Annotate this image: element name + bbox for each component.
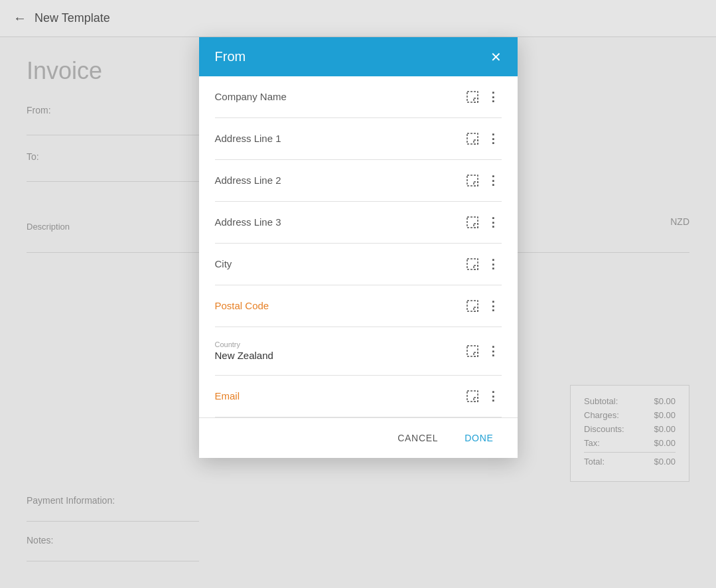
city-label: City (215, 258, 232, 269)
address-line-3-resize-icon[interactable] (466, 216, 479, 229)
postal-code-label: Postal Code (215, 300, 269, 311)
postal-code-more-icon[interactable]: ⋮ (484, 299, 502, 313)
email-label: Email (215, 390, 240, 402)
field-item-address-line-3-actions: ⋮ (466, 215, 502, 230)
field-item-postal-code: Postal Code ⋮ (215, 285, 502, 327)
field-item-city-actions: ⋮ (466, 257, 502, 271)
company-name-more-icon[interactable]: ⋮ (484, 90, 502, 104)
email-more-icon[interactable]: ⋮ (484, 389, 502, 404)
svg-rect-15 (474, 398, 478, 402)
field-item-address-line-1-left: Address Line 1 (215, 133, 466, 145)
modal-header: From ✕ (199, 37, 518, 76)
country-more-icon[interactable]: ⋮ (484, 344, 502, 358)
country-sub-label: Country (215, 340, 466, 348)
field-item-address-line-2-actions: ⋮ (466, 173, 502, 188)
field-item-address-line-3: Address Line 3 ⋮ (215, 202, 502, 244)
field-item-country-left: Country New Zealand (215, 340, 466, 362)
country-value: New Zealand (215, 350, 273, 361)
field-item-company-name-actions: ⋮ (466, 90, 502, 104)
field-item-address-line-1-actions: ⋮ (466, 131, 502, 146)
svg-rect-3 (474, 140, 478, 144)
svg-rect-1 (474, 98, 478, 102)
cancel-button[interactable]: CANCEL (390, 427, 446, 449)
address-line-2-more-icon[interactable]: ⋮ (484, 173, 502, 188)
field-item-address-line-2-left: Address Line 2 (215, 175, 466, 186)
svg-rect-7 (474, 224, 478, 228)
modal-footer: CANCEL DONE (199, 417, 518, 458)
city-resize-icon[interactable] (466, 257, 479, 271)
address-line-3-label: Address Line 3 (215, 216, 281, 228)
country-resize-icon[interactable] (466, 344, 479, 358)
field-item-country-actions: ⋮ (466, 344, 502, 358)
from-modal: From ✕ Company Name ⋮ Address Line 1 (199, 37, 518, 458)
svg-rect-9 (474, 265, 478, 269)
field-item-email-left: Email (215, 390, 466, 402)
address-line-3-more-icon[interactable]: ⋮ (484, 215, 502, 230)
email-resize-icon[interactable] (466, 390, 479, 403)
company-name-label: Company Name (215, 91, 287, 102)
field-item-address-line-1: Address Line 1 ⋮ (215, 118, 502, 160)
field-item-email: Email ⋮ (215, 376, 502, 417)
field-item-city-left: City (215, 258, 466, 270)
field-item-country: Country New Zealand ⋮ (215, 327, 502, 376)
company-name-resize-icon[interactable] (466, 90, 479, 104)
svg-rect-5 (474, 182, 478, 186)
svg-rect-11 (474, 307, 478, 311)
field-item-email-actions: ⋮ (466, 389, 502, 404)
address-line-2-resize-icon[interactable] (466, 174, 479, 187)
address-line-1-label: Address Line 1 (215, 133, 281, 144)
done-button[interactable]: DONE (457, 427, 501, 449)
modal-title: From (215, 49, 246, 64)
address-line-1-resize-icon[interactable] (466, 132, 479, 145)
field-item-city: City ⋮ (215, 244, 502, 285)
field-item-company-name: Company Name ⋮ (215, 76, 502, 118)
field-item-company-name-left: Company Name (215, 91, 466, 103)
postal-code-resize-icon[interactable] (466, 299, 479, 313)
modal-body: Company Name ⋮ Address Line 1 (199, 76, 518, 417)
modal-close-button[interactable]: ✕ (490, 50, 502, 64)
svg-rect-13 (474, 352, 478, 356)
address-line-2-label: Address Line 2 (215, 175, 281, 186)
city-more-icon[interactable]: ⋮ (484, 257, 502, 271)
address-line-1-more-icon[interactable]: ⋮ (484, 131, 502, 146)
field-item-postal-code-actions: ⋮ (466, 299, 502, 313)
field-item-postal-code-left: Postal Code (215, 300, 466, 312)
field-item-address-line-3-left: Address Line 3 (215, 216, 466, 228)
field-item-address-line-2: Address Line 2 ⋮ (215, 160, 502, 202)
